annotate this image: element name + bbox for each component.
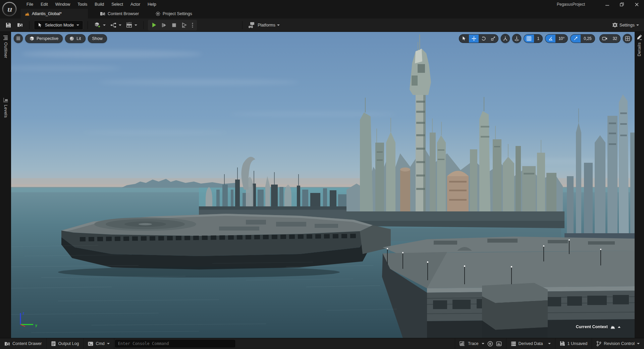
menu-tools[interactable]: Tools bbox=[74, 0, 91, 8]
cmd-label: Cmd bbox=[96, 341, 104, 346]
output-log-button[interactable]: Output Log bbox=[47, 338, 84, 349]
rotation-snap-control[interactable]: 10° bbox=[545, 34, 568, 43]
rotate-tool-button[interactable] bbox=[479, 35, 488, 43]
unsaved-save-icon bbox=[560, 341, 565, 346]
menu-file[interactable]: File bbox=[23, 0, 37, 8]
chevron-down-icon bbox=[548, 343, 551, 344]
left-panel-strip: Outliner Levels bbox=[0, 32, 11, 338]
platforms-dropdown[interactable]: Platforms bbox=[247, 20, 281, 30]
main-toolbar: Selection Mode bbox=[0, 18, 644, 32]
content-drawer-button[interactable]: Content Drawer bbox=[0, 338, 47, 349]
console-command-input[interactable] bbox=[115, 340, 235, 347]
window-controls bbox=[600, 0, 644, 9]
scale-tool-button[interactable] bbox=[488, 35, 498, 43]
revision-control-label: Revision Control bbox=[604, 341, 635, 346]
viewport-scene bbox=[11, 32, 635, 338]
lit-sphere-icon bbox=[69, 36, 74, 41]
axis-y-label: y bbox=[35, 323, 38, 327]
tab-project-settings[interactable]: Project Settings bbox=[151, 9, 197, 18]
derived-data-dropdown[interactable]: Derived Data bbox=[506, 338, 555, 349]
menu-help[interactable]: Help bbox=[144, 0, 160, 8]
skip-frame-icon bbox=[161, 22, 167, 28]
cursor-icon bbox=[38, 23, 42, 28]
move-tool-button[interactable] bbox=[469, 35, 479, 43]
menu-build[interactable]: Build bbox=[91, 0, 108, 8]
derived-data-label: Derived Data bbox=[519, 341, 543, 346]
chevron-down-icon bbox=[107, 343, 110, 344]
chevron-down-icon bbox=[277, 24, 280, 26]
sidebar-tab-levels[interactable]: Levels bbox=[0, 98, 11, 118]
tab-level-atlantis-global[interactable]: Atlantis_Global* bbox=[21, 9, 88, 18]
outliner-icon bbox=[3, 35, 8, 40]
world-local-gizmo-button[interactable] bbox=[501, 34, 510, 43]
unreal-engine-logo: u bbox=[2, 2, 17, 16]
menu-edit[interactable]: Edit bbox=[37, 0, 52, 8]
stop-icon bbox=[172, 23, 176, 28]
play-button[interactable] bbox=[149, 20, 159, 30]
tab-label: Atlantis_Global* bbox=[32, 11, 62, 16]
camera-speed-icon bbox=[600, 35, 610, 43]
play-options-kebab[interactable] bbox=[190, 20, 196, 30]
maximize-viewport-button[interactable] bbox=[623, 34, 632, 43]
unsaved-changes-button[interactable]: 1 Unsaved bbox=[555, 338, 592, 349]
camera-speed-control[interactable]: 32 bbox=[599, 34, 621, 43]
select-tool-button[interactable] bbox=[459, 35, 469, 43]
revision-control-dropdown[interactable]: Revision Control bbox=[592, 338, 644, 349]
restore-button[interactable] bbox=[614, 0, 629, 9]
chevron-down-icon bbox=[76, 24, 79, 26]
scale-snap-control[interactable]: 0,25 bbox=[570, 34, 595, 43]
surface-snapping-button[interactable] bbox=[512, 34, 521, 43]
right-panel-strip: Details bbox=[635, 32, 644, 338]
viewport-options-button[interactable] bbox=[14, 34, 23, 43]
close-button[interactable] bbox=[629, 0, 644, 9]
launch-button[interactable] bbox=[179, 20, 189, 30]
insights-session-icon[interactable] bbox=[487, 341, 493, 347]
asset-tab-bar: Atlantis_Global* Content Browser Project… bbox=[0, 9, 644, 18]
select-arrow-icon bbox=[462, 36, 466, 41]
trace-label[interactable]: Trace bbox=[468, 341, 479, 346]
clapperboard-icon bbox=[126, 22, 133, 28]
menu-window[interactable]: Window bbox=[52, 0, 74, 8]
sidebar-tab-outliner[interactable]: Outliner bbox=[0, 35, 11, 58]
current-context-label: Current Context bbox=[576, 325, 608, 329]
window-title: PegasusProject bbox=[557, 2, 585, 7]
current-context-widget[interactable]: Current Context bbox=[576, 325, 621, 329]
cmd-dropdown[interactable]: Cmd bbox=[84, 338, 114, 349]
platforms-label: Platforms bbox=[258, 23, 275, 28]
grid-snap-icon bbox=[524, 35, 534, 43]
add-actor-dropdown[interactable] bbox=[92, 20, 107, 30]
toolbar-separator bbox=[242, 21, 243, 29]
selection-mode-dropdown[interactable]: Selection Mode bbox=[34, 20, 83, 30]
view-mode-dropdown[interactable]: Lit bbox=[65, 34, 85, 43]
trace-group: Trace bbox=[455, 338, 506, 349]
axis-gizmo: z y bbox=[15, 310, 41, 330]
levels-tab-label: Levels bbox=[3, 105, 8, 118]
stop-button[interactable] bbox=[169, 20, 179, 30]
stats-monitor-icon[interactable] bbox=[496, 341, 502, 347]
settings-label: Settings bbox=[620, 23, 635, 28]
cinematics-dropdown[interactable] bbox=[124, 20, 139, 30]
details-tab-label: Details bbox=[637, 42, 642, 56]
hamburger-icon bbox=[16, 37, 20, 40]
minimize-button[interactable] bbox=[600, 0, 614, 9]
sidebar-tab-details[interactable]: Details bbox=[635, 35, 644, 56]
grid-snap-control[interactable]: 1 bbox=[524, 34, 543, 43]
settings-dropdown[interactable]: Settings bbox=[610, 20, 641, 30]
content-drawer-label: Content Drawer bbox=[12, 341, 42, 346]
blueprints-dropdown[interactable] bbox=[109, 20, 123, 30]
save-button[interactable] bbox=[3, 20, 13, 30]
menu-actor[interactable]: Actor bbox=[127, 0, 144, 8]
gear-icon bbox=[612, 22, 618, 28]
blueprint-graph-icon bbox=[110, 22, 117, 28]
level-viewport[interactable]: Perspective Lit Show bbox=[11, 32, 635, 338]
folder-search-icon bbox=[17, 22, 23, 28]
camera-perspective-dropdown[interactable]: Perspective bbox=[25, 34, 63, 43]
tab-content-browser[interactable]: Content Browser bbox=[95, 9, 144, 18]
menu-select[interactable]: Select bbox=[108, 0, 127, 8]
project-settings-icon bbox=[156, 11, 160, 16]
minimize-icon bbox=[605, 3, 609, 6]
show-flags-dropdown[interactable]: Show bbox=[88, 34, 107, 43]
browse-content-button[interactable] bbox=[15, 20, 25, 30]
kebab-menu-icon bbox=[192, 22, 193, 28]
frame-skip-button[interactable] bbox=[159, 20, 169, 30]
